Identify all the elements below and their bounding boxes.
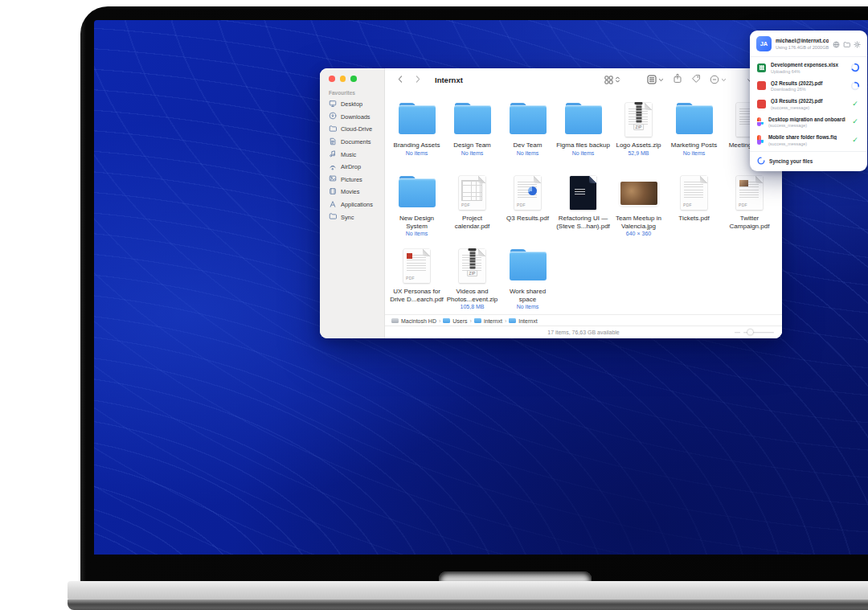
folder-icon bbox=[510, 105, 547, 134]
sidebar-item-applications[interactable]: Applications bbox=[320, 199, 384, 211]
file-item[interactable]: PDFQ3 Results.pdf bbox=[500, 174, 555, 247]
sidebar-item-sync[interactable]: Sync bbox=[320, 211, 384, 223]
file-grid: Branding AssetsNo itemsDesign TeamNo ite… bbox=[385, 91, 782, 314]
folder-icon bbox=[474, 318, 481, 324]
file-name: Tickets.pdf bbox=[678, 215, 709, 223]
file-subtitle: No items bbox=[406, 231, 428, 236]
breadcrumb-item[interactable]: Users bbox=[443, 318, 467, 324]
zip-file-icon: ZIP bbox=[625, 103, 652, 137]
sync-item-status: Uploading 64% bbox=[771, 69, 845, 74]
minimize-window-button[interactable] bbox=[340, 76, 346, 82]
sidebar-item-cloud-drive[interactable]: Cloud-Drive bbox=[320, 123, 384, 136]
file-subtitle: No items bbox=[406, 150, 428, 156]
file-item[interactable]: Figma files backupNo items bbox=[555, 100, 611, 174]
sidebar-item-label: Desktop bbox=[341, 100, 362, 108]
file-item[interactable]: Branding AssetsNo items bbox=[389, 100, 444, 174]
sidebar-item-music[interactable]: Music bbox=[320, 148, 384, 161]
desktop-icon bbox=[329, 100, 337, 109]
icon-size-slider[interactable] bbox=[735, 332, 774, 334]
back-icon[interactable] bbox=[396, 72, 405, 87]
globe-icon[interactable] bbox=[833, 37, 840, 51]
file-name: Branding Assets bbox=[394, 141, 440, 149]
file-item[interactable]: PDFTickets.pdf bbox=[666, 174, 722, 247]
file-item[interactable]: Dev TeamNo items bbox=[500, 100, 555, 174]
file-name: Work shared space bbox=[501, 288, 555, 303]
file-name: Logo Assets.zip bbox=[616, 141, 661, 149]
applications-icon bbox=[329, 200, 337, 210]
pdf-file-icon bbox=[570, 176, 596, 210]
account-email: michael@internxt.com bbox=[776, 38, 829, 43]
sidebar-item-desktop[interactable]: Desktop bbox=[320, 98, 384, 111]
sidebar-item-downloads[interactable]: Downloads bbox=[320, 111, 384, 124]
sidebar-item-label: Movies bbox=[341, 188, 359, 195]
airdrop-icon bbox=[329, 162, 337, 172]
sidebar-item-label: Cloud-Drive bbox=[341, 125, 372, 133]
status-bar: 17 items, 76,63 GB available bbox=[385, 325, 782, 338]
sidebar-item-movies[interactable]: Movies bbox=[320, 186, 384, 199]
file-item[interactable]: Refactoring UI — (Steve S...han).pdf bbox=[555, 174, 611, 247]
downloads-icon bbox=[329, 112, 337, 121]
sidebar-item-pictures[interactable]: Pictures bbox=[320, 174, 384, 186]
sync-item[interactable]: Mobile share folder flows.fig(success_me… bbox=[750, 131, 867, 149]
gear-icon[interactable] bbox=[854, 37, 861, 51]
sidebar-item-airdrop[interactable]: AirDrop bbox=[320, 161, 384, 174]
pdf-file-icon: PDF bbox=[514, 176, 541, 210]
file-item[interactable]: Design TeamNo items bbox=[444, 100, 500, 174]
file-name: Videos and Photos...event.zip bbox=[445, 288, 500, 303]
file-item[interactable]: Team Meetup in Valencia.jpg640 × 360 bbox=[611, 174, 666, 247]
finder-content: Internxt bbox=[385, 68, 782, 338]
file-item[interactable]: PDFProject calendar.pdf bbox=[444, 174, 500, 247]
forward-icon[interactable] bbox=[413, 72, 422, 87]
chevron-down-icon bbox=[721, 77, 727, 83]
file-name: New Design System bbox=[390, 215, 444, 230]
zip-file-icon: ZIP bbox=[459, 249, 485, 283]
sidebar-item-documents[interactable]: Documents bbox=[320, 136, 384, 149]
slider-knob[interactable] bbox=[747, 330, 753, 335]
file-name: Project calendar.pdf bbox=[445, 215, 500, 230]
file-item[interactable]: Marketing PostsNo items bbox=[666, 100, 722, 174]
file-item[interactable]: Work shared spaceNo items bbox=[500, 247, 555, 314]
pdf-file-icon: PDF bbox=[403, 249, 430, 283]
file-item[interactable]: ZIPLogo Assets.zip52,9 MB bbox=[611, 100, 666, 174]
finder-window: Favourites DesktopDownloadsCloud-DriveDo… bbox=[320, 68, 782, 338]
close-window-button[interactable] bbox=[329, 76, 335, 82]
finder-sidebar: Favourites DesktopDownloadsCloud-DriveDo… bbox=[320, 68, 385, 338]
file-subtitle: 105,8 MB bbox=[461, 304, 485, 309]
view-options-button[interactable] bbox=[604, 76, 620, 84]
folder-icon bbox=[454, 105, 491, 134]
sync-item[interactable]: Q3 Results (2022).pdf(success_message)✓ bbox=[750, 95, 867, 113]
check-icon: ✓ bbox=[850, 100, 860, 108]
sync-item[interactable]: Desktop migration and onboardi...(succes… bbox=[750, 113, 867, 132]
folder-icon bbox=[510, 252, 547, 280]
folder-icon[interactable] bbox=[843, 37, 850, 51]
file-item[interactable]: PDFUX Personas for Drive D...earch.pdf bbox=[389, 247, 444, 314]
check-icon: ✓ bbox=[850, 118, 860, 125]
file-item[interactable]: New Design SystemNo items bbox=[389, 174, 444, 247]
laptop-deck-edge bbox=[68, 600, 868, 610]
chevron-right-icon: › bbox=[439, 318, 440, 324]
sync-item-name: Q3 Results (2022).pdf bbox=[771, 98, 845, 104]
zoom-window-button[interactable] bbox=[350, 76, 357, 82]
breadcrumb-item[interactable]: Macintosh HD bbox=[391, 318, 436, 324]
breadcrumb-item[interactable]: Internxt bbox=[509, 318, 537, 324]
account-header: JA michael@internxt.com Using 176.4GB of… bbox=[750, 31, 867, 56]
chevron-down-icon bbox=[658, 77, 664, 83]
progress-spinner-icon bbox=[850, 63, 860, 72]
file-item[interactable]: ZIPVideos and Photos...event.zip105,8 MB bbox=[444, 247, 500, 314]
file-name: Q3 Results.pdf bbox=[506, 215, 549, 223]
sync-spinner-icon bbox=[757, 157, 765, 166]
tag-icon[interactable] bbox=[691, 72, 701, 87]
avatar: JA bbox=[756, 36, 772, 51]
sync-item-name: Desktop migration and onboardi... bbox=[768, 117, 845, 122]
sync-status-text: Syncing your files bbox=[769, 158, 813, 164]
action-menu-button[interactable] bbox=[710, 75, 727, 84]
share-icon[interactable] bbox=[673, 72, 682, 87]
chevron-right-icon: › bbox=[505, 318, 506, 324]
group-by-button[interactable] bbox=[647, 75, 664, 84]
file-item[interactable]: PDFTwitter Campaign.pdf bbox=[722, 174, 777, 247]
file-name: Refactoring UI — (Steve S...han).pdf bbox=[556, 215, 611, 230]
breadcrumb-item[interactable]: internxt bbox=[474, 318, 502, 324]
sync-item[interactable]: Q2 Results (2022).pdfDownloading 26% bbox=[750, 77, 867, 96]
sync-item[interactable]: Development expenses.xlsxUploading 64% bbox=[750, 59, 867, 77]
window-controls bbox=[329, 76, 357, 82]
